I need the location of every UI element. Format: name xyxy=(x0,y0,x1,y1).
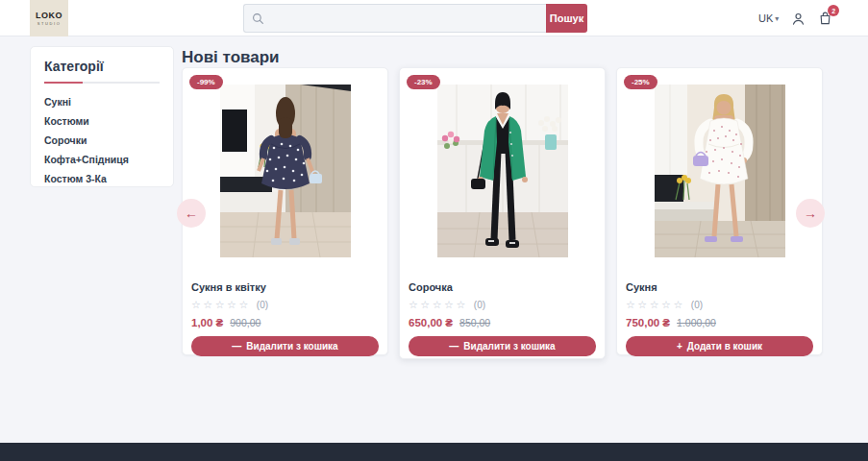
sidebar-item-sorochky[interactable]: Сорочки xyxy=(44,131,160,150)
category-list: Сукні Костюми Сорочки Кофта+Спідниця Кос… xyxy=(44,92,160,188)
rating-stars-icon: ☆☆☆☆☆ xyxy=(626,299,685,311)
logo[interactable]: LOKO STUDIO xyxy=(30,0,68,36)
rating-row: ☆☆☆☆☆ (0) xyxy=(626,299,813,311)
arrow-right-icon: → xyxy=(804,206,817,221)
product-image[interactable] xyxy=(437,85,568,257)
carousel-prev-button[interactable]: ← xyxy=(177,199,206,228)
cart-button-label: Додати в кошик xyxy=(687,341,762,352)
rating-stars-icon: ☆☆☆☆☆ xyxy=(409,299,468,311)
sidebar-divider xyxy=(44,82,160,84)
product-title[interactable]: Сукня в квітку xyxy=(191,281,379,293)
sidebar-item-kofta-spidnytsya[interactable]: Кофта+Спідниця xyxy=(44,150,160,169)
product-card: -99% xyxy=(182,67,388,355)
old-price: 1.000,00 xyxy=(677,317,716,328)
rating-stars-icon: ☆☆☆☆☆ xyxy=(191,299,251,311)
price-row: 750,00 ₴ 1.000,00 xyxy=(626,317,813,328)
language-selector[interactable]: UK ▾ xyxy=(758,12,779,24)
rating-row: ☆☆☆☆☆ (0) xyxy=(409,299,596,311)
account-button[interactable] xyxy=(791,12,806,26)
user-icon xyxy=(791,12,806,26)
product-card: -25% xyxy=(616,67,823,355)
rating-count: (0) xyxy=(474,300,485,310)
cart-button-label: Видалити з кошика xyxy=(246,341,337,352)
product-image[interactable] xyxy=(220,85,351,257)
product-image[interactable] xyxy=(655,85,785,257)
sidebar-title: Категорії xyxy=(44,59,160,74)
product-info: Сукня ☆☆☆☆☆ (0) 750,00 ₴ 1.000,00 + Дода… xyxy=(617,281,822,356)
page-title: Нові товари xyxy=(182,48,280,67)
rating-row: ☆☆☆☆☆ (0) xyxy=(191,299,379,311)
plus-icon: + xyxy=(677,341,682,352)
search-button[interactable]: Пошук xyxy=(546,4,587,33)
carousel-next-button[interactable]: → xyxy=(796,199,825,228)
price-row: 650,00 ₴ 850,00 xyxy=(409,317,596,328)
sidebar-item-sukni[interactable]: Сукні xyxy=(44,92,160,111)
old-price: 850,00 xyxy=(459,317,490,328)
price: 750,00 ₴ xyxy=(626,317,670,328)
search-box xyxy=(243,4,546,33)
old-price: 900,00 xyxy=(230,317,260,328)
cart-button[interactable]: 2 xyxy=(818,11,832,26)
footer-bar xyxy=(0,443,868,461)
chevron-down-icon: ▾ xyxy=(775,14,779,23)
product-title[interactable]: Сукня xyxy=(626,281,813,293)
price: 1,00 ₴ xyxy=(191,317,223,328)
price-row: 1,00 ₴ 900,00 xyxy=(191,317,379,328)
minus-icon: — xyxy=(232,341,241,352)
product-card: -23% xyxy=(399,67,606,359)
add-to-cart-button[interactable]: + Додати в кошик xyxy=(626,336,813,356)
cart-button-label: Видалити з кошика xyxy=(463,341,555,352)
discount-badge: -25% xyxy=(624,75,657,89)
logo-text: LOKO xyxy=(36,11,62,20)
discount-badge: -99% xyxy=(189,75,223,89)
minus-icon: — xyxy=(449,341,459,352)
search-icon xyxy=(252,12,264,25)
sidebar-item-kostyumy[interactable]: Костюми xyxy=(44,111,160,131)
remove-from-cart-button[interactable]: — Видалити з кошика xyxy=(409,336,596,356)
product-info: Сукня в квітку ☆☆☆☆☆ (0) 1,00 ₴ 900,00 —… xyxy=(183,281,387,356)
language-label: UK xyxy=(758,12,773,24)
price: 650,00 ₴ xyxy=(409,317,453,328)
search-bar: Пошук xyxy=(243,4,587,33)
product-info: Сорочка ☆☆☆☆☆ (0) 650,00 ₴ 850,00 — Вида… xyxy=(400,281,605,356)
header-actions: UK ▾ 2 xyxy=(758,0,832,36)
rating-count: (0) xyxy=(691,300,703,310)
discount-badge: -23% xyxy=(407,75,440,89)
search-input[interactable] xyxy=(270,12,538,24)
remove-from-cart-button[interactable]: — Видалити з кошика xyxy=(191,336,379,356)
logo-subtext: STUDIO xyxy=(37,21,62,26)
rating-count: (0) xyxy=(257,300,268,310)
categories-sidebar: Категорії Сукні Костюми Сорочки Кофта+Сп… xyxy=(30,46,174,187)
arrow-left-icon: ← xyxy=(185,206,198,221)
header: LOKO STUDIO Пошук UK ▾ 2 xyxy=(0,0,868,36)
cart-count-badge: 2 xyxy=(828,5,839,16)
sidebar-item-kostyum-3ka[interactable]: Костюм 3-Ка xyxy=(44,169,160,188)
product-title[interactable]: Сорочка xyxy=(409,281,596,293)
